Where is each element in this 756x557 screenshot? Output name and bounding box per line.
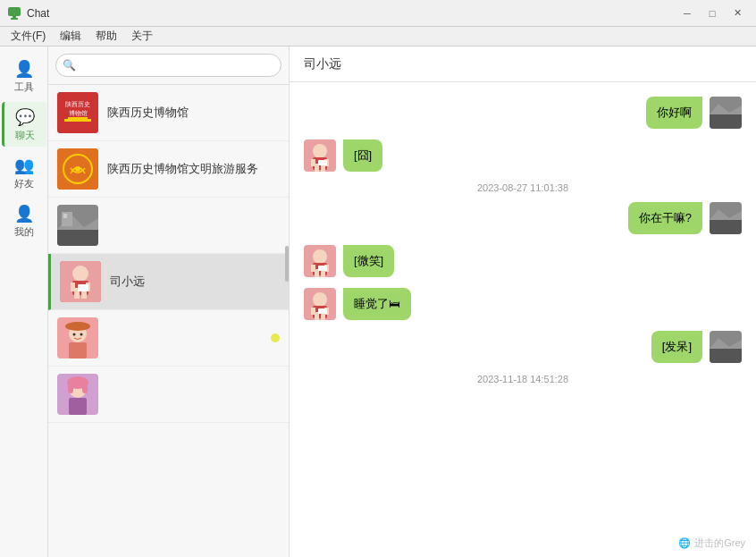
sidebar-item-chat[interactable]: 💬 聊天 — [2, 102, 46, 147]
svg-point-59 — [313, 292, 327, 307]
contact-item[interactable] — [48, 198, 289, 254]
minimize-button[interactable]: ─ — [676, 4, 699, 22]
msg-bubble: 睡觉了🛏 — [343, 288, 411, 320]
svg-rect-55 — [311, 265, 315, 272]
contact-name: 司小远 — [110, 274, 145, 290]
svg-rect-57 — [318, 266, 327, 271]
msg-bubble: 你好啊 — [646, 97, 702, 129]
sidebar-icons: 👤 工具 💬 聊天 👥 好友 👤 我的 — [0, 46, 48, 557]
svg-rect-2 — [11, 18, 18, 20]
menu-about[interactable]: 关于 — [124, 27, 160, 46]
menu-edit[interactable]: 编辑 — [53, 27, 88, 46]
svg-rect-65 — [318, 308, 327, 314]
msg-avatar — [710, 331, 742, 363]
status-badge — [271, 333, 280, 342]
chat-area: 司小远 你好啊 — [290, 46, 756, 557]
avatar — [57, 148, 98, 190]
sidebar-label-chat: 聊天 — [15, 129, 35, 142]
friends-icon: 👥 — [14, 156, 34, 175]
svg-rect-27 — [69, 342, 87, 359]
message-row: [微笑] — [304, 245, 742, 277]
avatar: 陕西历史 博物馆 — [57, 92, 98, 133]
menu-help[interactable]: 帮助 — [88, 27, 124, 46]
contact-item[interactable]: 陕西历史 博物馆 陕西历史博物馆 — [48, 85, 289, 141]
svg-rect-21 — [71, 283, 75, 291]
msg-avatar — [304, 288, 336, 320]
maximize-button[interactable]: □ — [701, 4, 724, 22]
svg-rect-44 — [311, 159, 315, 166]
svg-rect-7 — [68, 117, 88, 120]
message-row: 睡觉了🛏 — [304, 288, 742, 320]
watermark: 🌐 进击的Grey — [678, 536, 745, 550]
search-bar: 🔍 — [48, 46, 289, 85]
contact-item-active[interactable]: 司小远 — [48, 254, 289, 310]
message-row: 你好啊 — [304, 97, 742, 129]
msg-avatar — [304, 139, 336, 172]
svg-point-28 — [73, 333, 76, 336]
msg-bubble: [微笑] — [343, 245, 394, 277]
svg-point-29 — [80, 333, 83, 336]
svg-point-51 — [313, 249, 327, 264]
timestamp: 2023-08-27 11:01:38 — [304, 182, 742, 193]
contact-item[interactable] — [48, 367, 289, 423]
sidebar-item-friends[interactable]: 👥 好友 — [2, 150, 46, 195]
sidebar-label-tools: 工具 — [14, 80, 34, 94]
sidebar-item-me[interactable]: 👤 我的 — [2, 198, 46, 243]
sidebar-label-friends: 好友 — [14, 177, 34, 190]
contact-list: 🔍 陕西历史 博物馆 陕西历史博物馆 — [48, 46, 290, 557]
me-icon: 👤 — [14, 204, 34, 224]
sidebar-label-me: 我的 — [14, 225, 34, 239]
contact-name: 陕西历史博物馆 — [107, 105, 189, 121]
app-title: Chat — [27, 7, 676, 20]
svg-rect-34 — [82, 381, 88, 393]
svg-rect-35 — [69, 398, 87, 415]
tools-icon: 👤 — [14, 59, 34, 79]
svg-rect-67 — [710, 349, 742, 363]
menu-bar: 文件(F) 编辑 帮助 关于 — [0, 27, 756, 46]
contact-name: 陕西历史博物馆文明旅游服务 — [107, 161, 258, 177]
avatar — [57, 374, 98, 415]
svg-rect-48 — [710, 220, 742, 234]
app-icon — [7, 6, 21, 21]
contact-item[interactable] — [48, 310, 289, 367]
chat-contact-name: 司小远 — [304, 56, 341, 72]
search-input[interactable] — [55, 54, 281, 77]
msg-avatar — [304, 245, 336, 277]
svg-rect-33 — [68, 381, 73, 393]
chat-icon: 💬 — [15, 107, 35, 127]
message-row: [发呆] — [304, 331, 742, 363]
svg-rect-0 — [8, 7, 21, 16]
msg-avatar — [710, 97, 742, 129]
contact-scroll[interactable]: 陕西历史 博物馆 陕西历史博物馆 — [48, 85, 289, 557]
svg-rect-63 — [311, 308, 315, 315]
watermark-text: 进击的Grey — [694, 536, 745, 550]
contact-item[interactable]: 陕西历史博物馆文明旅游服务 — [48, 141, 289, 198]
chat-messages[interactable]: 你好啊 [囧] — [290, 82, 756, 557]
sidebar-item-tools[interactable]: 👤 工具 — [2, 54, 46, 98]
svg-rect-37 — [710, 114, 742, 129]
search-icon: 🔍 — [63, 59, 76, 72]
svg-rect-23 — [78, 284, 88, 291]
message-row: [囧] — [304, 139, 742, 172]
svg-point-40 — [313, 144, 327, 158]
svg-point-17 — [72, 266, 88, 282]
avatar — [57, 205, 98, 246]
svg-text:陕西历史: 陕西历史 — [65, 101, 90, 108]
window-controls: ─ □ ✕ — [676, 4, 749, 22]
avatar — [57, 317, 98, 359]
menu-file[interactable]: 文件(F) — [4, 27, 53, 46]
title-bar: Chat ─ □ ✕ — [0, 0, 756, 27]
svg-text:博物馆: 博物馆 — [69, 110, 88, 117]
watermark-icon: 🌐 — [678, 537, 691, 549]
message-row: 你在干嘛? — [304, 202, 742, 234]
avatar — [60, 261, 101, 302]
close-button[interactable]: ✕ — [726, 4, 749, 22]
msg-bubble: [囧] — [343, 139, 382, 172]
chat-header: 司小远 — [290, 46, 756, 82]
svg-rect-46 — [318, 160, 327, 165]
msg-bubble: [发呆] — [651, 331, 702, 363]
timestamp: 2023-11-18 14:51:28 — [304, 374, 742, 384]
msg-avatar — [710, 202, 742, 234]
scrollbar[interactable] — [285, 246, 289, 282]
main-layout: 👤 工具 💬 聊天 👥 好友 👤 我的 🔍 — [0, 46, 756, 557]
